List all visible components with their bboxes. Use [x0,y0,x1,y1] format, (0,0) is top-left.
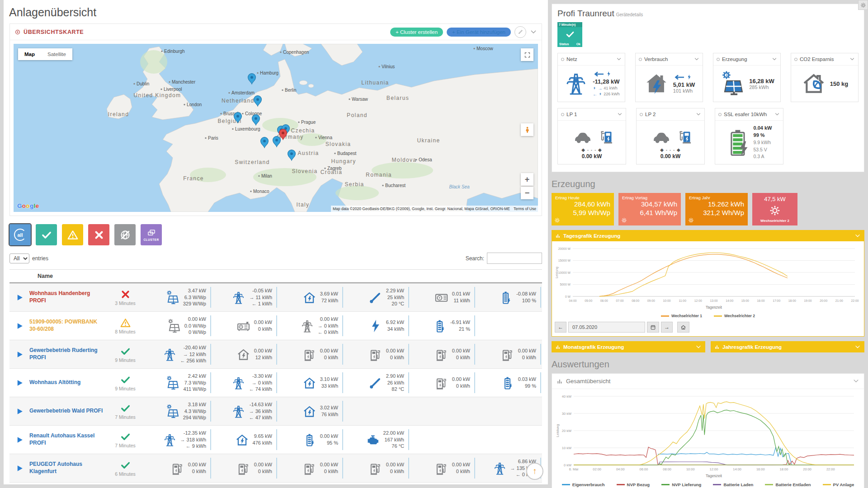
scroll-top-button[interactable]: ↑ [526,463,543,480]
device-rod: 2.90 kW26 kWh82 °C [343,372,409,393]
play-button[interactable] [9,350,29,359]
terms-link[interactable]: Terms of Use [514,206,536,211]
device-values: 0.00 kW0.0 W/Wp0 W/Wp [184,316,206,336]
battery-icon [302,432,317,447]
map-label-city: Manchester [172,80,196,84]
settings-gear-button[interactable] [858,0,868,10]
chevron-down-icon[interactable] [696,112,701,117]
charger-icon [368,461,383,476]
filter-warning-button[interactable] [62,224,83,245]
gesamtuebersicht-title: Gesamtübersicht [566,378,610,385]
play-icon [15,436,24,444]
entries-select[interactable]: All [9,253,29,263]
filter-ok-button[interactable] [36,224,57,245]
plant-name[interactable]: PEUGEOT Autohaus Klagenfurt [29,461,105,475]
jahresgrafik-header[interactable]: Jahresgrafik Erzeugung [711,341,864,352]
chevron-down-icon[interactable] [616,56,622,62]
plant-name[interactable]: Renault Autohaus Kassel PROFI [29,432,105,446]
cluster-label: CLUSTER [143,238,159,241]
legend-item: PV Anlage [823,482,854,487]
play-button[interactable] [9,464,29,473]
minutes-ago: 3 Minutes [115,300,136,306]
map-label-country: Ireland [108,111,129,117]
table-row[interactable]: 51909-00005: POWRBANK 30-60/2088 Minutes… [9,312,542,340]
tile-ertrag-heute[interactable]: Ertrag Heute 284,60 kWh 5,99 Wh/Wp [552,193,614,225]
plant-name[interactable]: 51909-00005: POWRBANK 30-60/208 [29,319,105,333]
play-button[interactable] [9,407,29,416]
battery-storage-icon [726,128,750,156]
table-row[interactable]: Wohnhaus Altötting9 Minutes2.42 kW7.3 W/… [9,369,542,397]
plant-name[interactable]: Wohnhaus Handenberg PROFI [29,290,105,304]
svg-text:02:00: 02:00 [593,467,601,471]
chevron-down-icon[interactable] [853,378,859,385]
tagesgrafik-header[interactable]: Tagesgrafik Erzeugung [552,230,864,241]
map-label-city: Milan [261,174,272,178]
play-button[interactable] [9,293,29,302]
chevron-down-icon[interactable] [772,56,777,62]
satellite-button[interactable]: Satellite [41,48,72,60]
map-label-city: Hamburg [260,70,278,75]
table-row[interactable]: Gewerbebetrieb Ruderting PROFI9 Minutes-… [9,340,542,369]
collapse-chevron-icon[interactable] [530,28,537,36]
tile-value-2: 321,2 Wh/Wp [689,209,744,217]
chevron-down-icon[interactable] [849,56,855,62]
map-label-country: Austria [297,150,319,156]
date-field[interactable]: 07.05.2020 [568,322,645,333]
tile-wechselrichter[interactable]: 47,5 kW Wechselrichter 2 [752,193,797,225]
calendar-button[interactable] [647,322,659,333]
map-zoom-in-button[interactable]: + [521,173,533,186]
add-device-button[interactable]: + Ein Gerät hinzufügen [447,28,511,37]
device-subtitle: Gerätedetails [616,12,643,17]
legend-item: Batterie Entladen [765,482,811,487]
device-charger: 0.00 kW0 kWh [277,344,343,365]
home-date-button[interactable] [677,322,689,333]
chevron-down-icon [695,344,702,350]
device-values: 0.01 kW11 kWh [452,291,470,304]
play-button[interactable] [9,436,29,444]
table-header-name[interactable]: Name [9,269,542,283]
plant-name[interactable]: Gewerbebetrieb Ruderting PROFI [29,347,105,361]
map-fullscreen-button[interactable] [521,48,533,61]
plant-name[interactable]: Gewerbebetrieb Wald PROFI [29,408,105,415]
chevron-down-icon[interactable] [774,112,780,117]
filter-all-button[interactable]: all [9,224,31,245]
search-input[interactable] [487,253,542,264]
status-tile[interactable]: 7 Minute(n) StatusOk [557,22,582,47]
map-label-sea: Black Sea [449,184,469,189]
filter-offline-button[interactable] [114,224,136,245]
play-button[interactable] [9,322,29,330]
tile-ertrag-jahr[interactable]: Ertrag Jahr 15.262 kWh 321,2 Wh/Wp [685,193,748,225]
map-zoom-out-button[interactable]: − [521,187,533,199]
play-button[interactable] [9,379,29,387]
rod-icon [368,290,383,305]
svg-text:Leistung: Leistung [556,424,560,437]
device-pylon: -14.63 kW→ 36 kWh← 47 kWh [211,401,277,422]
next-day-button[interactable]: → [661,322,673,333]
plant-name[interactable]: Wohnhaus Altötting [29,379,105,386]
table-row[interactable]: Gewerbebetrieb Wald PROFI7 Minutes3.18 k… [9,397,542,426]
device-charger: 0.00 kW0 kWh [145,458,211,479]
tile-ertrag-vortag[interactable]: Ertrag Vortag 304,57 kWh 6,41 Wh/Wp [618,193,681,225]
pencil-icon [518,29,524,35]
map-label-city: Luxembourg [235,127,260,131]
map-label-city: Amsterdam [231,90,255,95]
monatsgrafik-header[interactable]: Monatsgrafik Erzeugung [552,341,705,352]
chevron-down-icon[interactable] [617,112,623,117]
filter-cluster-button[interactable]: CLUSTER [141,224,162,245]
map-button[interactable]: Map [18,48,41,60]
tile-value-2: 6,41 Wh/Wp [622,209,677,217]
fullscreen-icon [524,52,531,58]
europe-map[interactable]: United KingdomIrelandFranceGermanyPoland… [14,44,538,212]
chevron-down-icon[interactable] [694,56,699,62]
search-label: Search: [466,255,484,262]
table-row[interactable]: Renault Autohaus Kassel PROFI7 Minutes-1… [9,426,542,454]
edit-button[interactable] [514,26,526,38]
prev-day-button[interactable]: ← [555,322,566,333]
table-row[interactable]: Wohnhaus Handenberg PROFI3 Minutes3.47 k… [9,283,542,312]
house-icon [302,290,317,305]
pegman-button[interactable] [521,123,533,136]
google-map[interactable]: United KingdomIrelandFranceGermanyPoland… [14,44,538,212]
filter-error-button[interactable] [88,224,109,245]
table-row[interactable]: PEUGEOT Autohaus Klagenfurt6 Minutes0.00… [9,454,542,483]
create-cluster-button[interactable]: + Cluster erstellen [390,28,443,37]
